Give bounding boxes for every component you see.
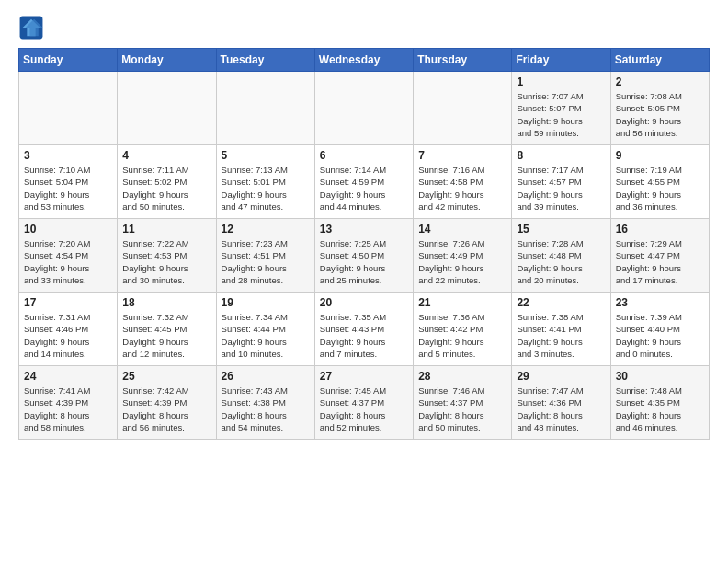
- calendar-week: 3Sunrise: 7:10 AM Sunset: 5:04 PM Daylig…: [19, 145, 710, 219]
- day-number: 23: [616, 296, 704, 309]
- day-info: Sunrise: 7:28 AM Sunset: 4:48 PM Dayligh…: [517, 237, 605, 286]
- day-number: 14: [418, 223, 506, 236]
- day-number: 13: [320, 223, 408, 236]
- day-info: Sunrise: 7:35 AM Sunset: 4:43 PM Dayligh…: [320, 311, 408, 360]
- calendar-cell: 10Sunrise: 7:20 AM Sunset: 4:54 PM Dayli…: [19, 219, 118, 293]
- day-number: 30: [616, 370, 704, 383]
- calendar-cell: 21Sunrise: 7:36 AM Sunset: 4:42 PM Dayli…: [414, 293, 512, 366]
- weekday-header: Friday: [512, 49, 610, 72]
- logo-icon: [18, 15, 44, 40]
- day-info: Sunrise: 7:20 AM Sunset: 4:54 PM Dayligh…: [24, 237, 112, 286]
- day-number: 2: [616, 75, 704, 88]
- day-number: 11: [122, 223, 210, 236]
- day-number: 21: [418, 296, 506, 309]
- calendar-table: SundayMondayTuesdayWednesdayThursdayFrid…: [18, 48, 710, 440]
- day-info: Sunrise: 7:39 AM Sunset: 4:40 PM Dayligh…: [616, 311, 704, 360]
- day-number: 27: [320, 370, 408, 383]
- calendar-cell: 2Sunrise: 7:08 AM Sunset: 5:05 PM Daylig…: [610, 72, 709, 145]
- calendar-cell: 20Sunrise: 7:35 AM Sunset: 4:43 PM Dayli…: [314, 293, 413, 366]
- day-info: Sunrise: 7:43 AM Sunset: 4:38 PM Dayligh…: [222, 385, 310, 433]
- calendar-cell: [118, 72, 216, 145]
- calendar-cell: 15Sunrise: 7:28 AM Sunset: 4:48 PM Dayli…: [512, 219, 610, 293]
- day-info: Sunrise: 7:22 AM Sunset: 4:53 PM Dayligh…: [122, 237, 210, 286]
- day-number: 5: [222, 149, 310, 162]
- calendar-cell: 30Sunrise: 7:48 AM Sunset: 4:35 PM Dayli…: [610, 366, 709, 440]
- day-info: Sunrise: 7:13 AM Sunset: 5:01 PM Dayligh…: [222, 164, 310, 213]
- day-number: 17: [24, 296, 112, 309]
- day-info: Sunrise: 7:32 AM Sunset: 4:45 PM Dayligh…: [122, 311, 210, 360]
- day-number: 20: [320, 296, 408, 309]
- day-number: 28: [418, 370, 506, 383]
- day-number: 3: [24, 149, 112, 162]
- day-info: Sunrise: 7:10 AM Sunset: 5:04 PM Dayligh…: [24, 164, 112, 213]
- weekday-header: Tuesday: [216, 49, 314, 72]
- day-info: Sunrise: 7:08 AM Sunset: 5:05 PM Dayligh…: [616, 90, 704, 139]
- day-info: Sunrise: 7:41 AM Sunset: 4:39 PM Dayligh…: [24, 385, 112, 433]
- calendar-cell: 8Sunrise: 7:17 AM Sunset: 4:57 PM Daylig…: [512, 145, 610, 219]
- calendar-cell: 7Sunrise: 7:16 AM Sunset: 4:58 PM Daylig…: [414, 145, 512, 219]
- day-number: 24: [24, 370, 112, 383]
- day-number: 19: [222, 296, 310, 309]
- day-info: Sunrise: 7:38 AM Sunset: 4:41 PM Dayligh…: [517, 311, 605, 360]
- day-info: Sunrise: 7:34 AM Sunset: 4:44 PM Dayligh…: [222, 311, 310, 360]
- day-info: Sunrise: 7:16 AM Sunset: 4:58 PM Dayligh…: [418, 164, 506, 213]
- logo: [18, 15, 48, 40]
- calendar-cell: 1Sunrise: 7:07 AM Sunset: 5:07 PM Daylig…: [512, 72, 610, 145]
- calendar-cell: 5Sunrise: 7:13 AM Sunset: 5:01 PM Daylig…: [216, 145, 314, 219]
- calendar-cell: 22Sunrise: 7:38 AM Sunset: 4:41 PM Dayli…: [512, 293, 610, 366]
- day-info: Sunrise: 7:26 AM Sunset: 4:49 PM Dayligh…: [418, 237, 506, 286]
- day-number: 26: [222, 370, 310, 383]
- calendar-cell: 3Sunrise: 7:10 AM Sunset: 5:04 PM Daylig…: [19, 145, 118, 219]
- day-number: 1: [517, 75, 605, 88]
- day-info: Sunrise: 7:48 AM Sunset: 4:35 PM Dayligh…: [616, 385, 704, 433]
- day-info: Sunrise: 7:25 AM Sunset: 4:50 PM Dayligh…: [320, 237, 408, 286]
- calendar-week: 1Sunrise: 7:07 AM Sunset: 5:07 PM Daylig…: [19, 72, 710, 145]
- day-info: Sunrise: 7:36 AM Sunset: 4:42 PM Dayligh…: [418, 311, 506, 360]
- calendar-week: 24Sunrise: 7:41 AM Sunset: 4:39 PM Dayli…: [19, 366, 710, 440]
- day-info: Sunrise: 7:31 AM Sunset: 4:46 PM Dayligh…: [24, 311, 112, 360]
- calendar-cell: 17Sunrise: 7:31 AM Sunset: 4:46 PM Dayli…: [19, 293, 118, 366]
- calendar-cell: 27Sunrise: 7:45 AM Sunset: 4:37 PM Dayli…: [314, 366, 413, 440]
- day-info: Sunrise: 7:46 AM Sunset: 4:37 PM Dayligh…: [418, 385, 506, 433]
- day-info: Sunrise: 7:45 AM Sunset: 4:37 PM Dayligh…: [320, 385, 408, 433]
- day-info: Sunrise: 7:14 AM Sunset: 4:59 PM Dayligh…: [320, 164, 408, 213]
- calendar-cell: 25Sunrise: 7:42 AM Sunset: 4:39 PM Dayli…: [118, 366, 216, 440]
- weekday-header: Thursday: [414, 49, 512, 72]
- day-info: Sunrise: 7:17 AM Sunset: 4:57 PM Dayligh…: [517, 164, 605, 213]
- calendar-cell: 23Sunrise: 7:39 AM Sunset: 4:40 PM Dayli…: [610, 293, 709, 366]
- calendar-cell: [216, 72, 314, 145]
- calendar-cell: 12Sunrise: 7:23 AM Sunset: 4:51 PM Dayli…: [216, 219, 314, 293]
- day-number: 18: [122, 296, 210, 309]
- day-number: 7: [418, 149, 506, 162]
- calendar-cell: 6Sunrise: 7:14 AM Sunset: 4:59 PM Daylig…: [314, 145, 413, 219]
- calendar-cell: 9Sunrise: 7:19 AM Sunset: 4:55 PM Daylig…: [610, 145, 709, 219]
- calendar-cell: [414, 72, 512, 145]
- day-number: 29: [517, 370, 605, 383]
- day-number: 15: [517, 223, 605, 236]
- calendar-cell: [314, 72, 413, 145]
- day-info: Sunrise: 7:29 AM Sunset: 4:47 PM Dayligh…: [616, 237, 704, 286]
- calendar-week: 10Sunrise: 7:20 AM Sunset: 4:54 PM Dayli…: [19, 219, 710, 293]
- day-info: Sunrise: 7:19 AM Sunset: 4:55 PM Dayligh…: [616, 164, 704, 213]
- day-info: Sunrise: 7:23 AM Sunset: 4:51 PM Dayligh…: [222, 237, 310, 286]
- calendar-week: 17Sunrise: 7:31 AM Sunset: 4:46 PM Dayli…: [19, 293, 710, 366]
- day-info: Sunrise: 7:11 AM Sunset: 5:02 PM Dayligh…: [122, 164, 210, 213]
- page: SundayMondayTuesdayWednesdayThursdayFrid…: [0, 0, 728, 449]
- calendar-cell: 19Sunrise: 7:34 AM Sunset: 4:44 PM Dayli…: [216, 293, 314, 366]
- calendar-cell: 28Sunrise: 7:46 AM Sunset: 4:37 PM Dayli…: [414, 366, 512, 440]
- calendar-cell: 11Sunrise: 7:22 AM Sunset: 4:53 PM Dayli…: [118, 219, 216, 293]
- header: [18, 15, 710, 40]
- calendar-cell: 24Sunrise: 7:41 AM Sunset: 4:39 PM Dayli…: [19, 366, 118, 440]
- calendar-cell: 18Sunrise: 7:32 AM Sunset: 4:45 PM Dayli…: [118, 293, 216, 366]
- weekday-header: Saturday: [610, 49, 709, 72]
- calendar-cell: 26Sunrise: 7:43 AM Sunset: 4:38 PM Dayli…: [216, 366, 314, 440]
- weekday-header: Wednesday: [314, 49, 413, 72]
- day-info: Sunrise: 7:07 AM Sunset: 5:07 PM Dayligh…: [517, 90, 605, 139]
- day-number: 10: [24, 223, 112, 236]
- weekday-header: Sunday: [19, 49, 118, 72]
- day-number: 8: [517, 149, 605, 162]
- day-number: 12: [222, 223, 310, 236]
- weekday-header: Monday: [118, 49, 216, 72]
- calendar-cell: 29Sunrise: 7:47 AM Sunset: 4:36 PM Dayli…: [512, 366, 610, 440]
- day-info: Sunrise: 7:47 AM Sunset: 4:36 PM Dayligh…: [517, 385, 605, 433]
